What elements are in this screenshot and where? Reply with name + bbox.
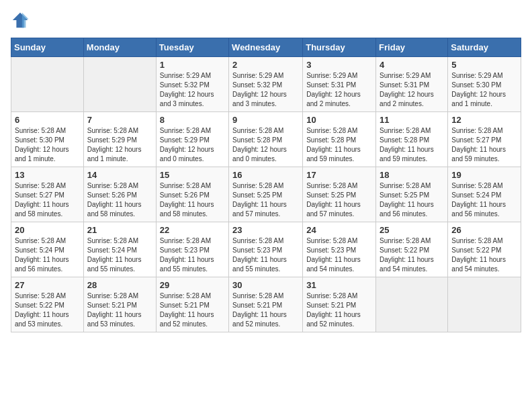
sunrise-label: Sunrise: 5:28 AM — [15, 127, 66, 134]
day-number: 9 — [232, 115, 299, 125]
daylight-label: Daylight: 11 hours and 55 minutes. — [232, 256, 287, 273]
day-number: 16 — [232, 170, 299, 180]
calendar-week-1: 1 Sunrise: 5:29 AM Sunset: 5:32 PM Dayli… — [11, 57, 521, 112]
daylight-label: Daylight: 11 hours and 58 minutes. — [160, 201, 214, 218]
daylight-label: Daylight: 11 hours and 59 minutes. — [451, 146, 506, 163]
sunset-label: Sunset: 5:32 PM — [232, 81, 282, 89]
calendar-week-4: 20 Sunrise: 5:28 AM Sunset: 5:24 PM Dayl… — [11, 222, 521, 277]
daylight-label: Daylight: 12 hours and 1 minute. — [15, 146, 69, 163]
daylight-label: Daylight: 11 hours and 55 minutes. — [87, 256, 142, 273]
sunrise-label: Sunrise: 5:28 AM — [87, 127, 138, 134]
cell-content: Sunrise: 5:28 AM Sunset: 5:28 PM Dayligh… — [306, 126, 372, 164]
calendar-cell: 19 Sunrise: 5:28 AM Sunset: 5:24 PM Dayl… — [448, 167, 521, 222]
daylight-label: Daylight: 12 hours and 3 minutes. — [232, 91, 287, 107]
sunset-label: Sunset: 5:28 PM — [306, 136, 356, 144]
sunrise-label: Sunrise: 5:28 AM — [160, 237, 211, 244]
sunrise-label: Sunrise: 5:28 AM — [380, 237, 431, 244]
sunrise-label: Sunrise: 5:28 AM — [15, 182, 66, 189]
day-number: 31 — [306, 280, 372, 290]
calendar-cell — [448, 277, 521, 332]
sunrise-label: Sunrise: 5:28 AM — [232, 182, 283, 189]
sunrise-label: Sunrise: 5:28 AM — [160, 182, 211, 189]
cell-content: Sunrise: 5:28 AM Sunset: 5:21 PM Dayligh… — [160, 291, 225, 329]
day-number: 18 — [380, 170, 444, 180]
daylight-label: Daylight: 12 hours and 0 minutes. — [232, 146, 287, 163]
calendar-cell: 14 Sunrise: 5:28 AM Sunset: 5:26 PM Dayl… — [83, 167, 156, 222]
sunset-label: Sunset: 5:30 PM — [15, 136, 64, 144]
daylight-label: Daylight: 11 hours and 52 minutes. — [306, 311, 361, 328]
daylight-label: Daylight: 12 hours and 3 minutes. — [160, 91, 214, 107]
cell-content: Sunrise: 5:29 AM Sunset: 5:30 PM Dayligh… — [451, 71, 517, 109]
cell-content: Sunrise: 5:28 AM Sunset: 5:28 PM Dayligh… — [380, 126, 444, 164]
calendar-cell: 21 Sunrise: 5:28 AM Sunset: 5:24 PM Dayl… — [83, 222, 156, 277]
daylight-label: Daylight: 11 hours and 59 minutes. — [380, 146, 434, 163]
day-number: 1 — [160, 60, 225, 70]
daylight-label: Daylight: 11 hours and 57 minutes. — [306, 201, 361, 218]
calendar-cell: 29 Sunrise: 5:28 AM Sunset: 5:21 PM Dayl… — [156, 277, 228, 332]
calendar-cell: 4 Sunrise: 5:29 AM Sunset: 5:31 PM Dayli… — [376, 57, 448, 112]
daylight-label: Daylight: 11 hours and 59 minutes. — [306, 146, 361, 163]
sunrise-label: Sunrise: 5:29 AM — [380, 72, 431, 79]
calendar-cell: 8 Sunrise: 5:28 AM Sunset: 5:29 PM Dayli… — [156, 112, 228, 167]
day-number: 27 — [15, 280, 80, 290]
day-number: 5 — [451, 60, 517, 70]
daylight-label: Daylight: 11 hours and 52 minutes. — [232, 311, 287, 328]
daylight-label: Daylight: 11 hours and 53 minutes. — [15, 311, 69, 328]
day-number: 24 — [306, 225, 372, 235]
day-number: 14 — [87, 170, 152, 180]
cell-content: Sunrise: 5:28 AM Sunset: 5:24 PM Dayligh… — [451, 181, 517, 219]
calendar-cell: 15 Sunrise: 5:28 AM Sunset: 5:26 PM Dayl… — [156, 167, 228, 222]
calendar-cell: 22 Sunrise: 5:28 AM Sunset: 5:23 PM Dayl… — [156, 222, 228, 277]
weekday-header-saturday: Saturday — [448, 38, 521, 57]
daylight-label: Daylight: 11 hours and 54 minutes. — [306, 256, 361, 273]
sunset-label: Sunset: 5:32 PM — [160, 81, 210, 89]
cell-content: Sunrise: 5:28 AM Sunset: 5:27 PM Dayligh… — [15, 181, 80, 219]
day-number: 17 — [306, 170, 372, 180]
day-number: 25 — [380, 225, 444, 235]
sunrise-label: Sunrise: 5:29 AM — [451, 72, 502, 79]
sunset-label: Sunset: 5:21 PM — [306, 302, 356, 309]
day-number: 26 — [451, 225, 517, 235]
sunrise-label: Sunrise: 5:28 AM — [306, 182, 357, 189]
sunset-label: Sunset: 5:22 PM — [380, 246, 429, 254]
cell-content: Sunrise: 5:28 AM Sunset: 5:21 PM Dayligh… — [87, 291, 152, 329]
sunrise-label: Sunrise: 5:28 AM — [306, 127, 357, 134]
day-number: 22 — [160, 225, 225, 235]
daylight-label: Daylight: 11 hours and 54 minutes. — [451, 256, 506, 273]
sunset-label: Sunset: 5:28 PM — [232, 136, 282, 144]
calendar-cell: 11 Sunrise: 5:28 AM Sunset: 5:28 PM Dayl… — [376, 112, 448, 167]
sunrise-label: Sunrise: 5:28 AM — [451, 182, 502, 189]
sunset-label: Sunset: 5:25 PM — [232, 191, 282, 199]
day-number: 20 — [15, 225, 80, 235]
sunset-label: Sunset: 5:24 PM — [15, 246, 64, 254]
sunset-label: Sunset: 5:26 PM — [160, 191, 210, 199]
calendar-cell: 20 Sunrise: 5:28 AM Sunset: 5:24 PM Dayl… — [11, 222, 84, 277]
sunset-label: Sunset: 5:30 PM — [451, 81, 501, 89]
sunset-label: Sunset: 5:25 PM — [306, 191, 356, 199]
calendar-cell — [11, 57, 84, 112]
cell-content: Sunrise: 5:28 AM Sunset: 5:23 PM Dayligh… — [306, 236, 372, 274]
calendar-cell: 16 Sunrise: 5:28 AM Sunset: 5:25 PM Dayl… — [229, 167, 303, 222]
day-number: 21 — [87, 225, 152, 235]
calendar-cell: 12 Sunrise: 5:28 AM Sunset: 5:27 PM Dayl… — [448, 112, 521, 167]
calendar-cell: 3 Sunrise: 5:29 AM Sunset: 5:31 PM Dayli… — [303, 57, 376, 112]
weekday-header-thursday: Thursday — [303, 38, 376, 57]
weekday-header-sunday: Sunday — [11, 38, 84, 57]
calendar-week-5: 27 Sunrise: 5:28 AM Sunset: 5:22 PM Dayl… — [11, 277, 521, 332]
daylight-label: Daylight: 11 hours and 58 minutes. — [87, 201, 142, 218]
sunrise-label: Sunrise: 5:28 AM — [306, 237, 357, 244]
sunset-label: Sunset: 5:28 PM — [380, 136, 429, 144]
cell-content: Sunrise: 5:28 AM Sunset: 5:29 PM Dayligh… — [160, 126, 225, 164]
day-number: 3 — [306, 60, 372, 70]
sunrise-label: Sunrise: 5:29 AM — [232, 72, 283, 79]
cell-content: Sunrise: 5:28 AM Sunset: 5:28 PM Dayligh… — [232, 126, 299, 164]
sunrise-label: Sunrise: 5:28 AM — [15, 237, 66, 244]
sunset-label: Sunset: 5:25 PM — [380, 191, 429, 199]
calendar-cell: 31 Sunrise: 5:28 AM Sunset: 5:21 PM Dayl… — [303, 277, 376, 332]
sunset-label: Sunset: 5:29 PM — [160, 136, 210, 144]
sunrise-label: Sunrise: 5:28 AM — [232, 292, 283, 300]
cell-content: Sunrise: 5:28 AM Sunset: 5:25 PM Dayligh… — [232, 181, 299, 219]
sunrise-label: Sunrise: 5:28 AM — [380, 127, 431, 134]
sunset-label: Sunset: 5:29 PM — [87, 136, 137, 144]
sunset-label: Sunset: 5:21 PM — [232, 302, 282, 309]
